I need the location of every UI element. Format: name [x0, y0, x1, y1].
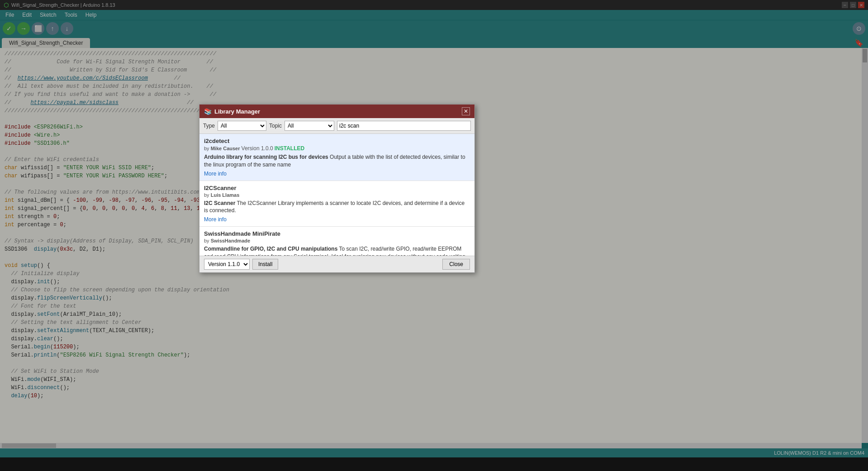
topic-label: Topic	[269, 123, 282, 129]
more-info-link-i2cscanner[interactable]: More info	[204, 216, 227, 223]
footer-left: Version 1.1.0 Version 1.0.0 Install	[204, 259, 278, 270]
library-icon: 📚	[204, 108, 212, 115]
library-item-minipirate[interactable]: SwissHandmade MiniPirate by SwissHandmad…	[199, 227, 474, 256]
lib-name-i2cscanner: I2CScanner	[204, 185, 470, 191]
search-input[interactable]	[337, 121, 471, 131]
dialog-title-bar: 📚 Library Manager ✕	[199, 105, 474, 118]
dialog-title-area: 📚 Library Manager	[204, 108, 260, 115]
filter-bar: Type All Contributed Recommended Topic A…	[199, 118, 474, 134]
lib-desc-i2cdetect: Arduino library for scanning I2C bus for…	[204, 153, 470, 169]
version-select[interactable]: Version 1.1.0 Version 1.0.0	[204, 259, 250, 270]
library-list[interactable]: i2cdetect by Mike Causer Version 1.0.0 I…	[199, 134, 474, 256]
install-button[interactable]: Install	[252, 259, 278, 270]
dialog-footer: Version 1.1.0 Version 1.0.0 Install Clos…	[199, 256, 474, 272]
library-item-i2cscanner[interactable]: I2CScanner by Luis Llamas I2C Scanner Th…	[199, 181, 474, 227]
dialog-close-button[interactable]: ✕	[462, 107, 470, 115]
lib-desc-i2cscanner: I2C Scanner The I2CScanner Library imple…	[204, 200, 470, 215]
more-info-link-i2cdetect[interactable]: More info	[204, 171, 227, 177]
lib-name-minipirate: SwissHandmade MiniPirate	[204, 230, 470, 237]
topic-select[interactable]: All Communication Sensors	[285, 121, 334, 131]
library-item-i2cdetect[interactable]: i2cdetect by Mike Causer Version 1.0.0 I…	[199, 134, 474, 181]
lib-desc-minipirate: Commandline for GPIO, I2C and CPU manipu…	[204, 245, 470, 256]
close-dialog-button[interactable]: Close	[442, 259, 470, 270]
type-label: Type	[203, 123, 215, 129]
lib-author-i2cdetect: by Mike Causer Version 1.0.0 INSTALLED	[204, 145, 470, 152]
lib-author-minipirate: by SwissHandmade	[204, 238, 470, 243]
lib-author-i2cscanner: by Luis Llamas	[204, 192, 470, 198]
lib-name-i2cdetect: i2cdetect	[204, 138, 470, 144]
dialog-title: Library Manager	[214, 108, 260, 115]
library-manager-dialog: 📚 Library Manager ✕ Type All Contributed…	[199, 104, 475, 273]
type-select[interactable]: All Contributed Recommended	[218, 121, 266, 131]
